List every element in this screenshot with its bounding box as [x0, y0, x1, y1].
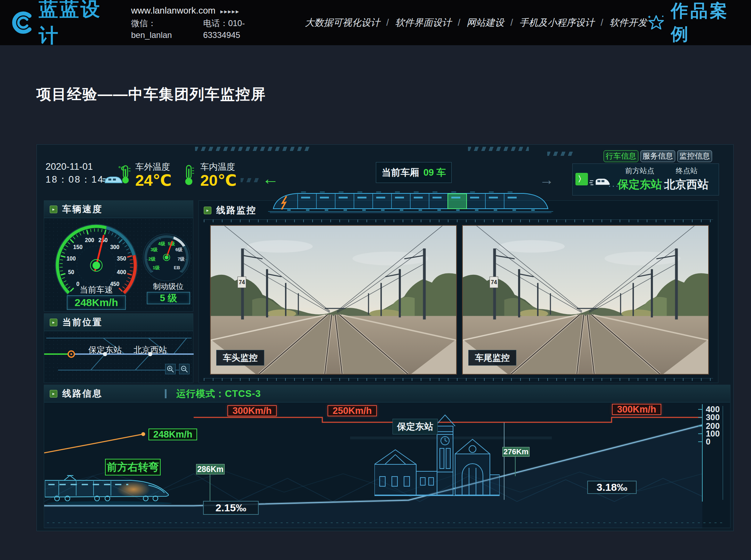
panel-bullet-icon [50, 206, 57, 213]
train-dashboard: 2020-11-01 18：08：14 ℃ 车外温度 24℃ 车内温度 20℃ [37, 144, 734, 531]
url-arrows-icon: ▸▸▸▸▸ [220, 8, 240, 15]
turn-warning: 前方右转弯 [105, 459, 161, 475]
site-header: 蓝蓝设计 www.lanlanwork.com▸▸▸▸▸ 微信：ben_lanl… [0, 0, 751, 45]
page-title: 项目经验——中车集团列车监控屏 [37, 85, 266, 104]
next-station-value: 保定东站 [614, 177, 666, 192]
limit-box-3: 300Km/h [612, 404, 661, 415]
route-info-panel: 线路信息 运行模式：CTCS-3 [44, 385, 730, 528]
svg-text:400: 400 [117, 269, 126, 275]
wechat-info: 微信：ben_lanlan [131, 17, 188, 41]
tab-monitor-info[interactable]: 监控信息 [677, 150, 712, 162]
zoom-in-button[interactable] [165, 364, 176, 374]
chart-station-label: 保定东站 [393, 419, 438, 434]
phone-info: 电话：010-63334945 [203, 17, 272, 41]
nav-item[interactable]: 大数据可视化设计 [305, 16, 380, 29]
front-camera-label: 车头监控 [216, 350, 264, 366]
gradient-value-1: 2.15‰ [203, 501, 259, 515]
ruler-decoration [204, 378, 713, 381]
route-map [44, 331, 194, 383]
rear-camera-view: 车尾监控 [462, 225, 709, 375]
terminal-station-label: 终点站 [669, 166, 704, 176]
site-url: www.lanlanwork.com [131, 5, 216, 16]
next-carriage-arrow[interactable]: → [539, 173, 554, 187]
prev-carriage-arrow[interactable]: ← [262, 170, 279, 187]
map-station-b: 北京西站 [129, 344, 171, 355]
svg-text:150: 150 [73, 244, 83, 250]
header-divider [165, 389, 167, 398]
zoom-out-icon [180, 365, 188, 373]
svg-text:1级: 1级 [153, 265, 160, 270]
star-icon [647, 12, 665, 33]
panel-bullet-icon [50, 390, 57, 398]
rear-camera-label: 车尾监控 [468, 350, 516, 366]
date-text: 2020-11-01 [46, 160, 104, 173]
current-speed-label: 当前车速 [68, 284, 124, 295]
logo-text: 蓝蓝设计 [39, 0, 112, 49]
portfolio-label: 作品案例 [671, 0, 739, 46]
tab-service-info[interactable]: 服务信息 [640, 150, 675, 162]
zoom-in-icon [166, 365, 175, 373]
line-monitor-panel: 线路监控 车头监控 车尾监控 [199, 200, 718, 383]
expand-chevron-button[interactable]: 〉 [575, 173, 588, 185]
km-marker-286: 286Km [196, 464, 225, 474]
page: 蓝蓝设计 www.lanlanwork.com▸▸▸▸▸ 微信：ben_lanl… [0, 0, 751, 560]
axis-tick-label: 0 [706, 437, 710, 447]
svg-text:300: 300 [110, 244, 120, 250]
limit-box-1: 300Km/h [227, 405, 277, 416]
datetime-display: 2020-11-01 18：08：14 [46, 160, 104, 186]
contact-info: www.lanlanwork.com▸▸▸▸▸ 微信：ben_lanlan 电话… [131, 5, 272, 41]
svg-text:350: 350 [117, 256, 126, 262]
speed-panel: 车辆速度 050100150200250300350400450 当前车速 24… [44, 200, 193, 312]
nav-item[interactable]: 网站建设 [451, 16, 504, 29]
inside-temp-value: 20℃ [200, 171, 237, 190]
ruler-decoration [204, 219, 713, 222]
position-panel-title: 当前位置 [62, 316, 103, 328]
front-camera-view: 车头监控 [210, 225, 457, 375]
km-marker-276: 276Km [502, 447, 530, 457]
nav-item[interactable]: 软件界面设计 [380, 16, 452, 29]
route-panel-title: 线路信息 [62, 387, 103, 400]
hazard-strip [195, 147, 310, 151]
speed-panel-title: 车辆速度 [62, 203, 103, 215]
tab-driving-info[interactable]: 行车信息 [604, 150, 638, 162]
carriage-label: 当前车厢 [382, 166, 419, 179]
brake-level-gauge: 1级2级3级4级5级6级7级EB [139, 231, 194, 283]
lanlan-logo-icon [12, 10, 34, 35]
current-speed-value: 248Km/h [67, 295, 126, 310]
panel-bullet-icon [50, 319, 57, 326]
svg-text:3级: 3级 [151, 247, 158, 252]
svg-text:50: 50 [68, 269, 74, 275]
gradient-value-2: 3.18‰ [587, 481, 637, 494]
next-station-label: 前方站点 [619, 166, 661, 176]
svg-text:200: 200 [85, 237, 94, 243]
position-panel: 当前位置 保定东站 北京西站 [44, 313, 193, 383]
panel-bullet-icon [204, 207, 211, 214]
carriage-value: 09 车 [423, 166, 446, 179]
operation-mode: 运行模式：CTCS-3 [176, 387, 261, 400]
train-side-art [45, 473, 173, 506]
nav-item[interactable]: 软件开发 [594, 16, 647, 29]
inside-temp-icon [183, 164, 195, 186]
svg-text:2级: 2级 [148, 256, 156, 262]
map-station-a: 保定东站 [84, 344, 126, 355]
portfolio-link[interactable]: 作品案例 [647, 0, 739, 46]
slash-decoration [241, 178, 260, 182]
outside-temp-icon: ℃ [102, 164, 133, 185]
train-diagram [266, 189, 555, 215]
zoom-out-button[interactable] [179, 364, 189, 374]
outside-temp-value: 24℃ [135, 171, 172, 190]
chart-current-speed: 248Km/h [148, 429, 197, 440]
current-carriage-box: 当前车厢 09 车 [376, 162, 452, 183]
logo[interactable]: 蓝蓝设计 [12, 0, 112, 49]
svg-text:7级: 7级 [178, 256, 185, 262]
nav-item[interactable]: 手机及小程序设计 [504, 16, 595, 29]
stations-panel: 〉 ··· 前方站点 保定东站 ··· 终点站 北京西站 [572, 163, 719, 195]
main-nav: 大数据可视化设计软件界面设计网站建设手机及小程序设计软件开发 [305, 16, 647, 29]
mini-train-icon [589, 177, 610, 186]
axis-tick-label: 300 [706, 413, 720, 422]
terminal-station-value: 北京西站 [664, 177, 709, 192]
hazard-strip [547, 152, 575, 156]
active-carriage-highlight [448, 194, 467, 209]
brake-level-label: 制动级位 [146, 281, 191, 292]
hazard-strip [468, 147, 529, 151]
